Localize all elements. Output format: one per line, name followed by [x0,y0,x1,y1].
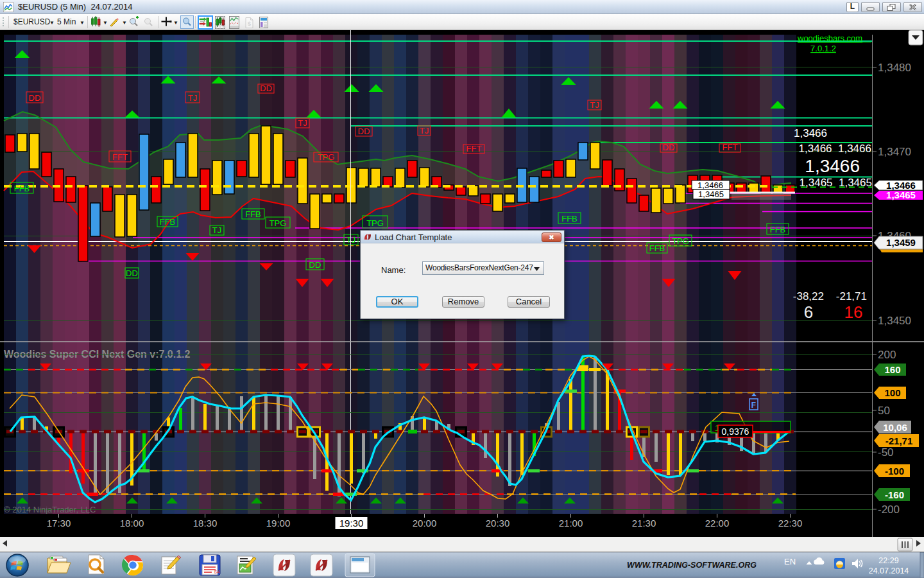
svg-text:DD: DD [29,93,41,103]
svg-text:19:00: 19:00 [266,518,291,529]
svg-text:20:30: 20:30 [486,518,510,529]
svg-text:DD: DD [358,127,370,136]
svg-text:17:30: 17:30 [47,518,71,529]
svg-text:DD: DD [663,143,675,152]
svg-text:18:00: 18:00 [120,518,144,529]
svg-text:160: 160 [884,364,900,375]
svg-text:DD: DD [309,260,321,270]
svg-text:19:30: 19:30 [339,518,364,529]
svg-text:1,3459: 1,3459 [886,237,916,248]
svg-text:TPG: TPG [366,218,384,228]
svg-text:10,06: 10,06 [883,422,907,433]
svg-text:1,3466 1,3466: 1,3466 1,3466 [799,143,871,155]
svg-text:1,3470: 1,3470 [878,146,911,158]
svg-text:18:30: 18:30 [193,518,218,529]
svg-text:1,3465 1,3465: 1,3465 1,3465 [800,177,872,189]
svg-text:-21,71: -21,71 [836,290,867,302]
svg-text:TPG: TPG [318,152,335,162]
svg-text:WWW.TRADING-SOFTWARE.ORG: WWW.TRADING-SOFTWARE.ORG [627,561,757,570]
svg-text:DD: DD [126,268,138,278]
svg-text:woodiesbars.com: woodiesbars.com [797,33,862,43]
svg-text:TJ: TJ [420,126,429,136]
svg-text:© 2014 NinjaTrader, LLC: © 2014 NinjaTrader, LLC [4,505,96,514]
svg-text:TJ: TJ [188,93,197,103]
svg-text:1,3466: 1,3466 [794,127,827,139]
svg-text:TPG: TPG [672,236,689,246]
svg-text:FFT: FFT [723,143,738,152]
svg-text:1,3466: 1,3466 [697,180,723,190]
svg-text:TJ: TJ [298,118,307,128]
svg-text:50: 50 [878,405,890,417]
svg-text:1,3465: 1,3465 [886,189,916,200]
svg-text:Woodies Super CCI Next Gen v:7: Woodies Super CCI Next Gen v:7.0.1.2 [4,349,191,360]
svg-text:DD: DD [260,83,272,93]
svg-text:22:30: 22:30 [778,518,803,529]
svg-text:-160: -160 [885,489,904,500]
svg-text:200: 200 [878,349,896,361]
svg-text:EN: EN [784,557,796,566]
svg-text:100: 100 [884,387,900,398]
svg-text:22:29: 22:29 [878,556,898,565]
svg-text:-50: -50 [878,446,894,459]
svg-text:21:00: 21:00 [559,518,583,529]
svg-text:FFB: FFB [561,214,578,223]
svg-text:1,3466: 1,3466 [886,180,916,191]
svg-text:FFB: FFB [245,209,261,219]
svg-text:20:00: 20:00 [413,518,437,529]
svg-text:Б4: Б4 [214,570,220,574]
svg-text:16: 16 [844,302,863,322]
svg-text:FFT: FFT [466,144,482,153]
svg-text:21:30: 21:30 [632,518,656,529]
svg-text:0,9376: 0,9376 [722,426,749,437]
svg-text:FFT: FFT [112,152,128,162]
svg-text:FFB: FFB [160,217,176,227]
svg-text:TJ: TJ [212,225,221,235]
svg-text:-38,22: -38,22 [793,290,824,302]
svg-text:FFB: FFB [770,225,786,234]
svg-text:7.0.1.2: 7.0.1.2 [810,44,836,53]
svg-text:TJ: TJ [590,100,599,110]
svg-text:1,3465: 1,3465 [698,189,724,199]
svg-text:TPG: TPG [270,218,287,228]
svg-text:F: F [751,401,756,410]
svg-text:1,3466: 1,3466 [805,156,860,176]
svg-text:6: 6 [804,302,813,322]
svg-text:FFB: FFB [14,184,30,193]
svg-text:FFB: FFB [649,243,665,253]
svg-text:-100: -100 [885,466,904,477]
svg-text:1,3450: 1,3450 [878,315,911,327]
svg-text:22:00: 22:00 [705,518,730,529]
svg-text:1,3480: 1,3480 [878,62,911,74]
svg-text:24.07.2014: 24.07.2014 [869,566,909,575]
svg-text:-200: -200 [878,504,900,516]
svg-text:$: $ [248,20,252,27]
svg-text:-21,71: -21,71 [886,435,913,446]
